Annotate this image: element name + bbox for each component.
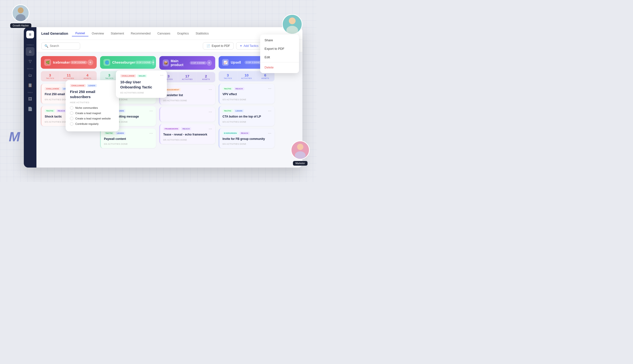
mainproduct-stats: 3 Tactics 17 Activities 2 Assets <box>159 72 215 82</box>
card-progress: 0/3 ACTIVITIES DONE <box>222 121 271 123</box>
activity-item-3: Contribute regularly <box>70 122 115 126</box>
svg-point-1 <box>18 8 24 13</box>
card-title: VPV effect <box>222 92 271 96</box>
tag-tactic: TACTIC <box>222 87 233 90</box>
avatar-growth-hacker: Growth Hacker <box>10 4 31 28</box>
decorative-m: M <box>9 129 20 144</box>
context-menu-edit[interactable]: Edit <box>260 53 299 62</box>
tag-tactic: TACTIC <box>104 132 114 135</box>
tab-graphics[interactable]: Graphics <box>174 31 192 36</box>
hide-activities-label[interactable]: HIDE ACTIVITIES <box>70 101 115 104</box>
upsell-card-1[interactable]: TACTIC LEADS ⋯ CTA button on the top of … <box>218 106 274 126</box>
tab-statement[interactable]: Statement <box>107 31 128 36</box>
icebreaker-title: Icebreaker <box>53 60 70 64</box>
activity-checkbox-2[interactable] <box>70 117 73 120</box>
growth-hacker-label: Growth Hacker <box>10 23 31 28</box>
mainproduct-card-1[interactable]: ⋯ <box>159 107 215 122</box>
icebreaker-assets-stat: 4 Assets <box>78 71 97 81</box>
svg-point-7 <box>297 144 304 150</box>
context-menu-share[interactable]: Share <box>260 36 299 44</box>
export-pdf-button[interactable]: 📄 Export to PDF <box>203 42 234 50</box>
mainproduct-activities-stat: 17 Activities <box>178 72 197 82</box>
mainproduct-title: Main product <box>171 59 190 67</box>
add-tactics-button[interactable]: ✦ Add Tactics <box>236 42 262 50</box>
expanded-card-title: First 250 email subscribers <box>70 89 115 99</box>
card-more-menu[interactable]: ⋯ <box>209 110 212 114</box>
tactic-hover-card[interactable]: ⋯ CHALLANGE SALES 10-day User Onboarding… <box>116 70 167 98</box>
tab-overview[interactable]: Overview <box>88 31 107 36</box>
activity-item-0: Niche communities <box>70 106 115 110</box>
icebreaker-activities-stat: 11 Activities <box>60 71 78 81</box>
mainproduct-add-btn[interactable]: + <box>207 60 212 66</box>
tag-reach: REACH <box>240 132 250 135</box>
tag-leads: LEADS <box>234 109 244 112</box>
card-more-menu[interactable]: ⋯ <box>150 109 153 113</box>
icebreaker-tactics-stat: 3 Tactics <box>41 71 60 81</box>
mainproduct-card-0[interactable]: ENGAGEMENT ⋯ Newsletter list 0/3 ACTIVIT… <box>159 85 215 105</box>
card-more-menu[interactable]: ⋯ <box>268 131 271 135</box>
icebreaker-add-btn[interactable]: + <box>88 60 93 65</box>
tag-challenge: CHALLANGE <box>70 84 86 87</box>
activity-item-1: Create a lead magnet <box>70 112 115 115</box>
mainproduct-badge: 0 OF 3 DONE <box>190 61 207 64</box>
sidebar-icon-doc[interactable]: 📄 <box>26 104 34 113</box>
search-box[interactable]: 🔍 <box>41 42 80 50</box>
card-progress: 0/3 ACTIVITIES DONE <box>222 98 271 101</box>
tag-tactic: TACTIC <box>45 109 55 112</box>
card-progress: 0/5 ACTIVITIES DONE <box>163 139 212 141</box>
upsell-card-0[interactable]: TACTIC REACH ⋯ VPV effect 0/3 ACTIVITIES… <box>218 84 274 104</box>
project-title: Lead Generation <box>41 32 68 36</box>
sidebar-icon-image[interactable]: 🖼 <box>26 95 34 104</box>
tag-reach: REACH <box>234 87 244 90</box>
marketer-label: Marketer <box>293 161 307 166</box>
activity-checkbox-1[interactable] <box>70 112 73 115</box>
activity-text-3: Contribute regularly <box>75 122 98 125</box>
card-more-menu[interactable]: ⋯ <box>268 87 271 90</box>
mainproduct-icon: 📦 <box>163 60 169 66</box>
sidebar-section-funnels: FUNNELS <box>26 44 34 46</box>
tab-funnel[interactable]: Funnel <box>72 30 88 36</box>
context-menu-divider <box>260 62 299 62</box>
card-title: Invite for FB group community <box>222 137 271 141</box>
add-tactics-icon: ✦ <box>240 44 242 48</box>
cheeseburger-icon: 🌀 <box>104 59 110 66</box>
tag-reach: REACH <box>56 109 66 112</box>
nav-tabs: Funnel Overview Statement Recommended Ca… <box>72 30 212 36</box>
activity-text-1: Create a lead magnet <box>75 112 101 114</box>
activity-checkbox-0[interactable] <box>70 106 73 110</box>
upsell-icon: 📈 <box>222 59 229 66</box>
search-input[interactable] <box>50 44 77 48</box>
activity-checkbox-3[interactable] <box>70 122 73 126</box>
card-more-menu[interactable]: ⋯ <box>150 131 153 135</box>
mainproduct-card-2[interactable]: FRAMEWORK REACH ⋯ Tease - reveal - echo … <box>159 124 215 144</box>
upsell-badge: 0 OF 3 DONE <box>244 61 262 64</box>
context-menu-export[interactable]: Export to PDF <box>260 44 299 53</box>
tab-recommended[interactable]: Recommended <box>128 31 154 36</box>
card-title: Tease - reveal - echo framework <box>163 132 212 137</box>
card-more-menu[interactable]: ⋯ <box>268 109 271 113</box>
tab-canvases[interactable]: Canvases <box>154 31 174 36</box>
card-more-menu[interactable]: ⋯ <box>209 88 212 92</box>
sidebar-icon-clipboard[interactable]: 📋 <box>26 80 34 89</box>
upsell-card-2[interactable]: EVERGREEN REACH ⋯ Invite for FB group co… <box>218 128 274 148</box>
card-title: Newsletter list <box>163 93 212 97</box>
sidebar-icon-filter[interactable]: ▽ <box>26 57 34 66</box>
tag-evergreen: EVERGREEN <box>222 132 238 135</box>
sidebar-icon-folder[interactable]: 🗂 <box>26 71 34 80</box>
col-header-cheeseburger: 🌀 Cheeseburger 0 OF 3 DONE + <box>100 56 156 69</box>
tab-statitistics[interactable]: Statitistics <box>192 31 212 36</box>
search-icon: 🔍 <box>44 44 48 48</box>
upsell-tactics-stat: 3 Tactics <box>218 71 237 81</box>
card-more-menu[interactable]: ⋯ <box>209 127 212 131</box>
mainproduct-assets-stat: 2 Assets <box>197 72 215 82</box>
cheeseburger-add-btn[interactable]: + <box>152 60 154 65</box>
sidebar-icon-home[interactable]: ⌂ <box>26 47 34 56</box>
tag-challenge: CHALLANGE <box>45 87 60 90</box>
sidebar: ≡ FUNNELS ⌂ ▽ TACTICS 🗂 📋 TOOLS 🖼 📄 <box>24 27 36 168</box>
col-header-icebreaker: 🌿 Icebreaker 0 OF 3 DONE + <box>41 56 97 69</box>
cheeseburger-title: Cheeseburger <box>112 60 135 64</box>
context-menu: Share Export to PDF Edit Delete <box>260 34 299 73</box>
tactic-hover-more[interactable]: ⋯ <box>160 73 164 77</box>
context-menu-delete[interactable]: Delete <box>260 63 299 72</box>
sidebar-logo[interactable]: ≡ <box>26 30 34 38</box>
